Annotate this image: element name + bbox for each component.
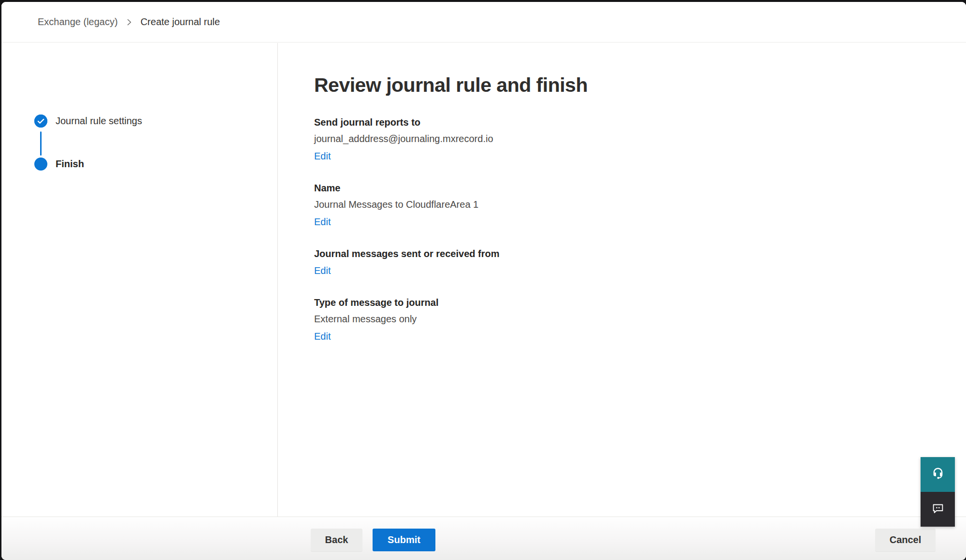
headset-icon [930,466,946,483]
help-button[interactable] [921,457,955,492]
create-journal-rule-window: Exchange (legacy) Create journal rule Jo… [1,2,966,560]
section-label: Name [314,181,966,195]
back-button[interactable]: Back [311,529,362,551]
comment-icon [931,501,945,517]
edit-message-type-link[interactable]: Edit [314,330,331,343]
page-title: Review journal rule and finish [314,72,966,98]
step-label: Journal rule settings [56,115,142,127]
breadcrumb: Exchange (legacy) Create journal rule [38,16,220,28]
cancel-button[interactable]: Cancel [875,529,936,551]
submit-button[interactable]: Submit [373,529,435,551]
breadcrumb-exchange-legacy[interactable]: Exchange (legacy) [38,16,118,28]
check-icon [34,115,47,128]
current-step-dot-icon [34,158,47,171]
message-type-value: External messages only [314,312,966,326]
step-finish[interactable]: Finish [34,158,84,171]
wizard-steps-sidebar: Journal rule settings Finish [1,43,278,517]
section-journal-messages-sent-or-received: Journal messages sent or received from E… [314,247,966,277]
top-bar: Exchange (legacy) Create journal rule [1,2,966,43]
chevron-right-icon [126,18,132,26]
footer-action-bar: Back Submit Cancel [1,517,966,560]
journal-report-address-value: journal_adddress@journaling.mxrecord.io [314,131,966,146]
section-send-journal-reports-to: Send journal reports to journal_adddress… [314,115,966,163]
feedback-button[interactable] [921,492,955,527]
breadcrumb-create-journal-rule: Create journal rule [141,16,220,28]
section-label: Send journal reports to [314,115,966,129]
section-label: Type of message to journal [314,296,966,309]
floating-button-stack [921,457,955,527]
section-type-of-message: Type of message to journal External mess… [314,296,966,343]
edit-journal-messages-link[interactable]: Edit [314,264,331,277]
section-name: Name Journal Messages to CloudflareArea … [314,181,966,229]
edit-name-link[interactable]: Edit [314,215,331,229]
review-panel: Review journal rule and finish Send jour… [278,43,966,517]
step-connector-line [40,131,42,156]
section-label: Journal messages sent or received from [314,247,966,260]
step-journal-rule-settings[interactable]: Journal rule settings [34,115,142,128]
edit-send-journal-reports-link[interactable]: Edit [314,149,331,163]
step-label: Finish [56,158,84,170]
rule-name-value: Journal Messages to CloudflareArea 1 [314,197,966,212]
